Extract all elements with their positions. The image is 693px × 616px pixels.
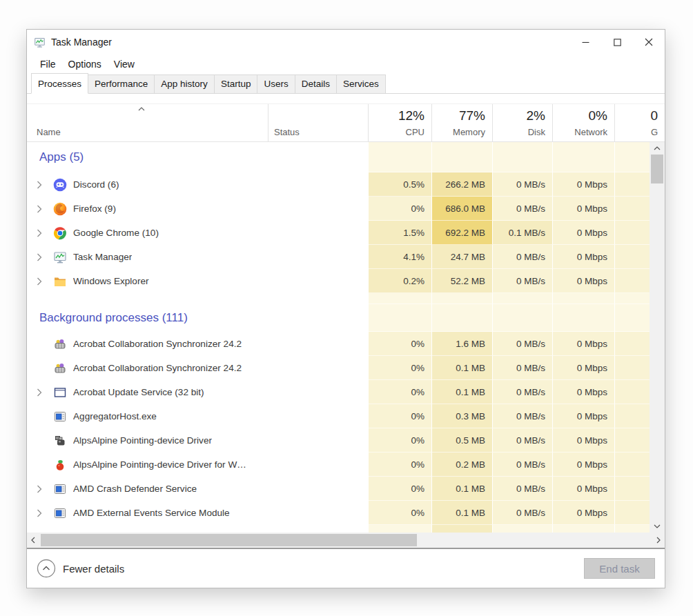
- process-name: Google Chrome (10): [73, 228, 159, 238]
- scroll-down-arrow-icon[interactable]: [650, 520, 665, 533]
- cpu-total-percent: 12%: [398, 108, 424, 123]
- cpu-cell: 0%: [369, 356, 432, 380]
- process-row-amd-external-events[interactable]: AMD External Events Service Module 0% 0.…: [27, 501, 665, 525]
- title-bar: Task Manager: [27, 30, 665, 54]
- network-total-percent: 0%: [589, 108, 607, 123]
- column-header-cpu[interactable]: 12% CPU: [369, 104, 432, 141]
- vertical-scrollbar-thumb[interactable]: [651, 155, 663, 183]
- scroll-right-arrow-icon[interactable]: [652, 533, 665, 548]
- tab-services[interactable]: Services: [336, 74, 386, 93]
- expand-chevron-icon[interactable]: [37, 388, 53, 397]
- process-name: AggregatorHost.exe: [73, 411, 157, 421]
- horizontal-scrollbar[interactable]: [27, 533, 665, 548]
- process-row-task-manager[interactable]: Task Manager 4.1% 24.7 MB 0 MB/s 0 Mbps: [27, 245, 665, 269]
- column-header-name[interactable]: Name: [27, 104, 269, 141]
- menu-file[interactable]: File: [34, 57, 62, 72]
- network-cell: 0 Mbps: [553, 380, 615, 404]
- section-header-background-processes[interactable]: Background processes (111): [27, 304, 665, 332]
- process-row-chrome[interactable]: Google Chrome (10) 1.5% 692.2 MB 0.1 MB/…: [27, 221, 665, 245]
- fewer-details-toggle[interactable]: Fewer details: [37, 559, 124, 578]
- tab-details[interactable]: Details: [295, 74, 337, 93]
- menu-options[interactable]: Options: [62, 57, 108, 72]
- tab-startup[interactable]: Startup: [214, 74, 258, 93]
- column-header-memory[interactable]: 77% Memory: [432, 104, 493, 141]
- status-cell: [269, 172, 369, 197]
- expand-chevron-icon[interactable]: [37, 509, 53, 517]
- folder-icon: [53, 275, 67, 288]
- process-row-acrobat-update[interactable]: Acrobat Update Service (32 bit) 0% 0.1 M…: [27, 380, 665, 404]
- memory-cell: 0.1 MB: [432, 380, 493, 404]
- memory-cell: 686.0 MB: [432, 197, 493, 221]
- cpu-cell: 4.1%: [369, 245, 432, 269]
- process-row-aggregatorhost[interactable]: AggregatorHost.exe 0% 0.3 MB 0 MB/s 0 Mb…: [27, 404, 665, 428]
- menu-bar: File Options View: [27, 54, 665, 73]
- gpu-total: 0: [650, 108, 658, 123]
- acrobat-update-icon: [53, 386, 67, 399]
- maximize-button[interactable]: [601, 30, 633, 54]
- expand-chevron-icon[interactable]: [37, 229, 53, 237]
- status-cell: [269, 332, 369, 356]
- default-exe-icon: [53, 506, 67, 520]
- process-name: AlpsAlpine Pointing-device Driver: [73, 435, 212, 446]
- close-button[interactable]: [633, 30, 665, 54]
- expand-chevron-icon[interactable]: [37, 181, 53, 189]
- column-header-disk[interactable]: 2% Disk: [493, 104, 553, 141]
- memory-cell: 0.1 MB: [432, 477, 493, 501]
- status-cell: [269, 221, 369, 245]
- process-row-firefox[interactable]: Firefox (9) 0% 686.0 MB 0 MB/s 0 Mbps: [27, 197, 665, 221]
- column-header-gpu-partial[interactable]: 0 G: [615, 104, 665, 141]
- memory-cell: 24.7 MB: [432, 245, 493, 269]
- disk-cell: 0 MB/s: [493, 453, 553, 477]
- vertical-scrollbar[interactable]: [650, 142, 665, 533]
- network-cell: 0 Mbps: [553, 501, 615, 525]
- disk-cell: 0.1 MB/s: [493, 221, 553, 245]
- process-name: Discord (6): [73, 179, 119, 190]
- close-icon: [645, 38, 653, 46]
- process-row-alps-driver-w[interactable]: AlpsAlpine Pointing-device Driver for W……: [27, 453, 665, 477]
- status-cell: [269, 269, 369, 293]
- task-manager-app-icon: [34, 37, 46, 48]
- scroll-up-arrow-icon[interactable]: [650, 142, 665, 155]
- process-row-acrobat-sync-1[interactable]: Acrobat Collaboration Synchronizer 24.2 …: [27, 332, 665, 356]
- expand-chevron-icon[interactable]: [37, 205, 53, 213]
- network-cell: 0 Mbps: [553, 221, 615, 245]
- firefox-icon: [53, 202, 67, 216]
- expand-chevron-icon[interactable]: [37, 485, 53, 493]
- disk-cell: 0 MB/s: [493, 245, 553, 269]
- tab-performance[interactable]: Performance: [88, 74, 155, 93]
- process-row-amd-crash-defender[interactable]: AMD Crash Defender Service 0% 0.1 MB 0 M…: [27, 477, 665, 501]
- minimize-button[interactable]: [569, 30, 601, 54]
- status-cell: [269, 501, 369, 525]
- network-cell: 0 Mbps: [553, 404, 615, 428]
- tab-processes[interactable]: Processes: [31, 73, 88, 94]
- process-row-discord[interactable]: Discord (6) 0.5% 266.2 MB 0 MB/s 0 Mbps: [27, 172, 665, 197]
- discord-icon: [53, 178, 67, 192]
- collapse-circle-icon: [37, 559, 56, 578]
- disk-total-percent: 2%: [527, 108, 545, 123]
- column-header-status[interactable]: Status: [269, 104, 369, 141]
- status-cell: [269, 245, 369, 269]
- process-name: AlpsAlpine Pointing-device Driver for W…: [73, 459, 246, 470]
- memory-cell: 0.2 MB: [432, 453, 493, 477]
- expand-chevron-icon[interactable]: [37, 253, 53, 261]
- process-row-alps-driver[interactable]: AlpsAlpine Pointing-device Driver 0% 0.5…: [27, 428, 665, 453]
- cpu-cell: 0%: [369, 501, 432, 525]
- process-name: AMD Crash Defender Service: [73, 484, 197, 494]
- acrobat-sync-icon: [53, 337, 67, 351]
- process-row-acrobat-sync-2[interactable]: Acrobat Collaboration Synchronizer 24.2 …: [27, 356, 665, 380]
- section-header-apps[interactable]: Apps (5): [27, 142, 665, 172]
- process-row-windows-explorer[interactable]: Windows Explorer 0.2% 52.2 MB 0 MB/s 0 M…: [27, 269, 665, 293]
- cpu-cell: 0.2%: [369, 269, 432, 293]
- tab-app-history[interactable]: App history: [154, 74, 215, 93]
- scroll-left-arrow-icon[interactable]: [27, 533, 39, 548]
- task-manager-window: Task Manager File Options View Processes…: [26, 29, 665, 588]
- column-header-network[interactable]: 0% Network: [553, 104, 615, 141]
- horizontal-scrollbar-thumb[interactable]: [41, 534, 417, 546]
- cpu-cell: 1.5%: [369, 221, 432, 245]
- cpu-cell: 0%: [369, 477, 432, 501]
- expand-chevron-icon[interactable]: [37, 277, 53, 286]
- chrome-icon: [53, 226, 67, 240]
- tab-users[interactable]: Users: [257, 74, 295, 93]
- menu-view[interactable]: View: [108, 57, 141, 72]
- end-task-button[interactable]: End task: [584, 558, 655, 579]
